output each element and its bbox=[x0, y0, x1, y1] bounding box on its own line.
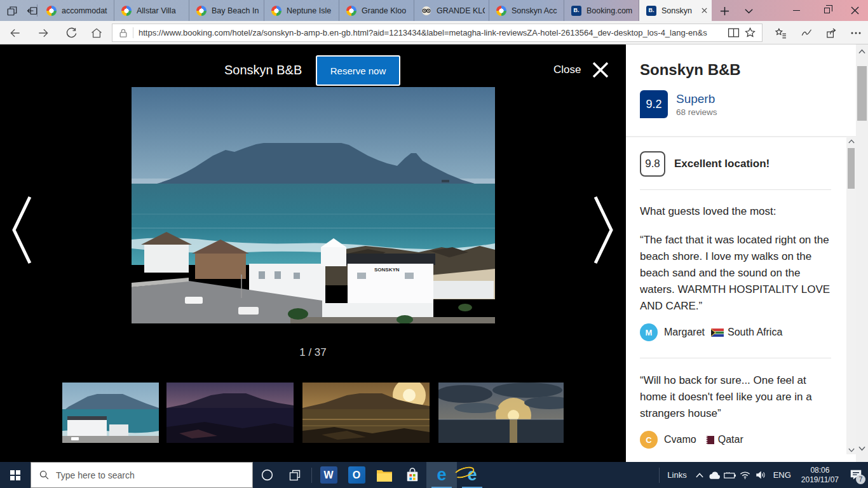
search-placeholder: Type here to search bbox=[56, 470, 135, 480]
forward-icon[interactable] bbox=[36, 25, 51, 41]
review-count[interactable]: 68 reviews bbox=[676, 107, 717, 117]
onedrive-cloud-icon[interactable] bbox=[707, 462, 722, 488]
score-word[interactable]: Superb bbox=[676, 92, 717, 106]
gallery-thumbnail[interactable] bbox=[438, 383, 564, 443]
taskbar-search-input[interactable]: Type here to search bbox=[31, 462, 253, 488]
gallery-close-icon[interactable] bbox=[591, 60, 610, 79]
booking-favicon: B. bbox=[571, 6, 581, 16]
hotel-name: Sonskyn B&B bbox=[640, 61, 842, 79]
url-field[interactable]: https://www.booking.com/hotel/za/sonskyn… bbox=[112, 24, 763, 42]
browser-tab[interactable]: GRANDE KLO bbox=[414, 0, 489, 21]
start-button[interactable] bbox=[0, 462, 31, 488]
links-toolbar-label[interactable]: Links bbox=[662, 470, 691, 480]
photo-gallery-overlay: Sonskyn B&B Reserve now Close bbox=[0, 44, 626, 462]
reserve-now-button[interactable]: Reserve now bbox=[316, 55, 400, 86]
file-explorer-taskbar-icon[interactable] bbox=[370, 462, 398, 488]
review-sidebar: Sonskyn B&B 9.2 Superb 68 reviews 9.8 Ex… bbox=[626, 44, 856, 462]
word-taskbar-icon[interactable]: W bbox=[315, 462, 342, 488]
more-options-icon[interactable] bbox=[848, 25, 864, 41]
lock-icon[interactable] bbox=[118, 28, 129, 38]
gallery-thumbnail[interactable] bbox=[166, 383, 294, 443]
scroll-up-icon[interactable] bbox=[856, 47, 868, 56]
browser-tab[interactable]: Bay Beach In bbox=[189, 0, 264, 21]
page-scrollbar[interactable] bbox=[856, 44, 868, 462]
action-center-button[interactable]: 7 bbox=[844, 462, 868, 488]
reviewer-row: C Cvamo Qatar bbox=[640, 431, 831, 449]
scroll-up-icon[interactable] bbox=[846, 137, 856, 146]
browser-tab[interactable]: B. Booking.com bbox=[564, 0, 639, 21]
google-favicon bbox=[46, 6, 57, 16]
favorites-hub-icon[interactable] bbox=[773, 25, 789, 41]
gallery-main-photo[interactable]: SONSKYN bbox=[132, 87, 495, 323]
volume-icon[interactable] bbox=[753, 462, 768, 488]
browser-address-bar: https://www.booking.com/hotel/za/sonskyn… bbox=[0, 21, 868, 44]
browser-tab[interactable]: Allstar Villa bbox=[114, 0, 189, 21]
previous-photo-arrow[interactable] bbox=[9, 193, 34, 267]
browser-tab[interactable]: accommodat bbox=[39, 0, 114, 21]
avatar: C bbox=[640, 431, 658, 449]
clock-time: 08:06 bbox=[801, 466, 839, 475]
scroll-down-icon[interactable] bbox=[846, 445, 856, 454]
share-icon[interactable] bbox=[824, 25, 840, 41]
reviews-scrollbar[interactable] bbox=[846, 137, 856, 454]
windows-taskbar: Type here to search W O e e bbox=[0, 462, 868, 488]
outlook-taskbar-icon[interactable]: O bbox=[342, 462, 370, 488]
gallery-thumbnail[interactable] bbox=[62, 383, 159, 443]
south-africa-flag-icon bbox=[711, 329, 724, 337]
google-favicon bbox=[346, 6, 356, 16]
reviewer-country: Qatar bbox=[718, 434, 743, 445]
taskbar-separator bbox=[311, 468, 312, 483]
system-tray: Links ENG 08:06 2019/11/07 bbox=[656, 462, 868, 488]
url-text: https://www.booking.com/hotel/za/sonskyn… bbox=[139, 28, 725, 37]
browser-tab[interactable]: Neptune Isle bbox=[264, 0, 339, 21]
page-content: Sonskyn B&B Reserve now Close bbox=[0, 44, 868, 462]
tabs-set-aside-icon[interactable] bbox=[5, 4, 19, 18]
notification-count-badge: 7 bbox=[856, 475, 865, 484]
gallery-title: Sonskyn B&B bbox=[224, 63, 302, 78]
reviews-panel: 9.8 Excellent location! What guests love… bbox=[626, 139, 846, 462]
wifi-icon[interactable] bbox=[738, 462, 753, 488]
back-icon[interactable] bbox=[8, 25, 23, 41]
window-restore-button[interactable] bbox=[817, 0, 836, 21]
refresh-icon[interactable] bbox=[64, 25, 79, 41]
scrollbar-thumb[interactable] bbox=[848, 148, 855, 189]
browser-tab[interactable]: Sonskyn Acc bbox=[489, 0, 564, 21]
gallery-close-label[interactable]: Close bbox=[553, 64, 581, 76]
browser-tab-active[interactable]: B. Sonskyn bbox=[639, 0, 712, 21]
scrollbar-thumb[interactable] bbox=[857, 66, 867, 121]
internet-explorer-taskbar-icon[interactable]: e bbox=[457, 462, 487, 488]
battery-icon[interactable] bbox=[722, 462, 738, 488]
window-minimize-button[interactable] bbox=[787, 0, 806, 21]
web-note-pen-icon[interactable] bbox=[798, 25, 815, 41]
microsoft-store-taskbar-icon[interactable] bbox=[398, 462, 426, 488]
avatar: M bbox=[640, 323, 658, 341]
loved-heading: What guests loved the most: bbox=[640, 205, 831, 218]
edge-taskbar-icon[interactable]: e bbox=[426, 462, 457, 488]
tab-preview-chevron-icon[interactable] bbox=[741, 3, 756, 18]
home-icon[interactable] bbox=[89, 25, 104, 41]
browser-tab[interactable]: Grande Kloo bbox=[339, 0, 414, 21]
task-view-button[interactable] bbox=[281, 462, 309, 488]
scroll-down-icon[interactable] bbox=[856, 444, 868, 453]
reading-view-icon[interactable] bbox=[725, 27, 742, 38]
guest-quote: “The fact that it was located right on t… bbox=[640, 232, 831, 315]
reviewer-row: M Margaret South Africa bbox=[640, 323, 831, 341]
tab-close-icon[interactable] bbox=[701, 7, 708, 14]
hotel-score-header: Sonskyn B&B 9.2 Superb 68 reviews bbox=[626, 44, 856, 137]
next-photo-arrow[interactable] bbox=[591, 193, 616, 267]
favorite-star-icon[interactable] bbox=[742, 27, 758, 39]
browser-tab-bar: accommodat Allstar Villa Bay Beach In Ne… bbox=[0, 0, 868, 21]
taskbar-clock[interactable]: 08:06 2019/11/07 bbox=[796, 466, 844, 485]
language-indicator[interactable]: ENG bbox=[768, 470, 796, 480]
reviewer-country: South Africa bbox=[728, 327, 782, 338]
photo-counter: 1 / 37 bbox=[0, 346, 626, 359]
cortana-button[interactable] bbox=[253, 462, 281, 488]
divider bbox=[640, 358, 831, 358]
window-close-button[interactable] bbox=[845, 0, 864, 21]
clock-date: 2019/11/07 bbox=[801, 475, 839, 485]
hidden-icons-chevron[interactable] bbox=[692, 462, 707, 488]
gallery-thumbnail[interactable] bbox=[302, 383, 430, 443]
new-tab-button[interactable] bbox=[717, 3, 732, 18]
tray-separator bbox=[659, 468, 660, 483]
qatar-flag-icon bbox=[703, 436, 714, 444]
